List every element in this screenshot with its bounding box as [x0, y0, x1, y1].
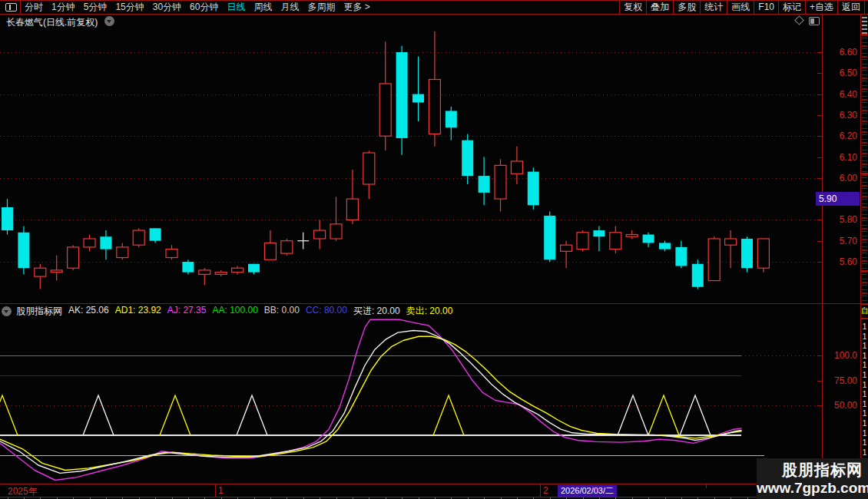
period-tab-周线[interactable]: 周线: [253, 1, 272, 14]
toolbar-separator: [20, 1, 21, 14]
candlestick: [643, 233, 654, 247]
indicator-value: AK: 25.06: [68, 305, 109, 318]
strip-digit: 1: [861, 381, 868, 391]
candlestick: [462, 134, 473, 184]
period-tab-15分钟[interactable]: 15分钟: [115, 1, 144, 14]
candlestick: [248, 264, 260, 275]
period-tabs: 分时1分钟5分钟15分钟30分钟60分钟日线周线月线多周期更多 >: [25, 1, 370, 14]
axis-border-line: [822, 15, 823, 484]
signal-triangle: [618, 395, 648, 435]
indicator-collapse-icon[interactable]: [2, 306, 12, 316]
period-tab-更多 >[interactable]: 更多 >: [343, 1, 369, 14]
strip-digit: 1: [861, 390, 868, 400]
indicator-value: BB: 0.00: [264, 305, 300, 318]
candlestick: [363, 150, 375, 199]
signal-triangle: [648, 395, 679, 435]
toolbar-button-多股[interactable]: 多股: [673, 1, 700, 14]
strip-digit: 1: [861, 342, 868, 352]
indicator-value: AD1: 23.92: [115, 305, 161, 318]
toolbar-button-复权[interactable]: 复权: [619, 1, 646, 14]
period-tab-30分钟[interactable]: 30分钟: [153, 1, 181, 14]
strip-digit: 1: [861, 400, 868, 410]
candlestick: [446, 107, 457, 140]
indicator-axis-tick: [817, 355, 822, 356]
candlestick: [659, 241, 671, 252]
indicator-value: 买进: 20.00: [353, 305, 400, 318]
price-axis-tick: [817, 178, 822, 179]
candlestick: [741, 236, 753, 272]
diamond-icon[interactable]: [794, 15, 804, 25]
price-axis-label: 5.80: [823, 214, 857, 225]
title-dropdown-icon[interactable]: [104, 16, 114, 26]
period-tab-5分钟[interactable]: 5分钟: [84, 1, 108, 14]
price-axis-tick: [817, 94, 822, 95]
toolbar-button-F10[interactable]: F10: [754, 1, 778, 14]
price-axis-label: 5.70: [823, 236, 857, 246]
candlestick: [150, 228, 161, 243]
signal-triangle: [680, 395, 711, 435]
period-toolbar: 分时1分钟5分钟15分钟30分钟60分钟日线周线月线多周期更多 > 复权叠加多股…: [0, 0, 868, 15]
candlestick: [117, 243, 128, 259]
strip-digit: 1: [861, 332, 868, 342]
price-axis-tick: [817, 115, 822, 116]
current-price-marker: 5.90: [816, 192, 860, 206]
indicator-chart: [0, 318, 822, 484]
signal-triangle: [160, 395, 190, 435]
candlestick: [166, 245, 177, 259]
candlestick: [708, 236, 720, 280]
strip-ones-column: 11111111111111: [861, 322, 868, 458]
toolbar-button-画线[interactable]: 画线: [727, 1, 754, 14]
period-tab-分时[interactable]: 分时: [25, 1, 43, 14]
period-tab-多周期[interactable]: 多周期: [307, 1, 335, 14]
toolbar-button-叠加[interactable]: 叠加: [646, 1, 673, 14]
split-pane-icon[interactable]: [809, 17, 820, 25]
current-date-label: 2026/02/03/二: [561, 486, 614, 495]
trading-app-window: 分时1分钟5分钟15分钟30分钟60分钟日线周线月线多周期更多 > 复权叠加多股…: [0, 0, 868, 499]
period-tab-月线[interactable]: 月线: [280, 1, 299, 14]
strip-digit: 1: [861, 371, 868, 381]
price-axis-label: 6.10: [823, 152, 857, 163]
toolbar-button-统计[interactable]: 统计: [700, 1, 727, 14]
period-tab-1分钟[interactable]: 1分钟: [51, 1, 75, 14]
candlestick: [577, 230, 588, 251]
price-axis-label: 5.60: [823, 256, 857, 267]
strip-divider: [860, 318, 868, 319]
indicator-axis-label: 50.00: [823, 400, 857, 411]
main-chart-canvas[interactable]: [0, 29, 822, 303]
candlestick: [68, 245, 79, 270]
toolbar-button-标记[interactable]: 标记: [778, 1, 805, 14]
candlestick: [429, 31, 440, 147]
candlestick: [215, 270, 227, 276]
candlestick: [330, 197, 342, 240]
indicator-value: 卖出: 20.00: [406, 305, 453, 318]
strip-digit: 1: [861, 352, 868, 362]
toolbar-actions: 复权叠加多股统计画线F10标记+自选返回: [619, 1, 865, 14]
candlestick: [182, 259, 194, 274]
watermark-site-name: 股朋指标网: [757, 461, 863, 479]
strip-divider: [860, 34, 868, 35]
chart-title-bar: 长春燃气(日线.前复权): [0, 15, 868, 28]
candlestick: [561, 241, 572, 268]
strip-digit: 1: [861, 409, 868, 419]
collapsed-side-panel[interactable]: 自 11111111111111: [861, 15, 868, 499]
strip-tab-label: 自: [861, 306, 868, 316]
candlestick: [757, 239, 769, 273]
month-label: 1: [218, 485, 224, 496]
toolbar-button-返回[interactable]: 返回: [837, 1, 865, 14]
indicator-canvas[interactable]: [0, 318, 822, 484]
toolbar-button-+自选[interactable]: +自选: [805, 1, 837, 14]
layout-icon[interactable]: [5, 3, 17, 12]
candlestick: [199, 268, 210, 285]
candlestick-chart: [0, 29, 822, 303]
strip-digit: 1: [861, 448, 868, 458]
price-axis-tick: [817, 157, 822, 158]
candlestick: [495, 159, 506, 211]
candlestick: [100, 230, 111, 259]
series-line-AJ: [0, 319, 741, 480]
candlestick: [675, 241, 687, 268]
date-axis: 2025年 12 2026/02/03/二: [0, 484, 868, 497]
period-tab-60分钟[interactable]: 60分钟: [190, 1, 218, 14]
period-tab-日线[interactable]: 日线: [227, 1, 245, 14]
candlestick: [379, 41, 391, 150]
watermark-url: www.7gpzb.com: [757, 479, 863, 497]
